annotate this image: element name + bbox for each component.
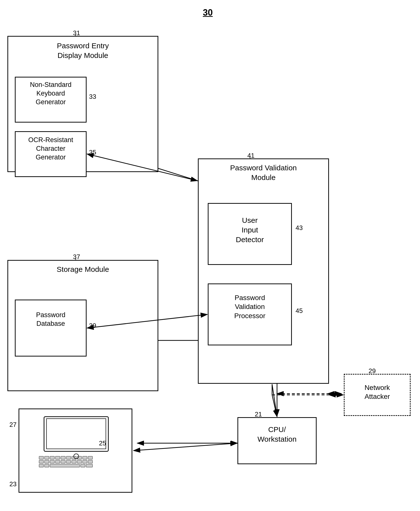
computer-illustration — [24, 414, 128, 484]
ref-21: 21 — [255, 410, 262, 418]
svg-rect-33 — [45, 464, 49, 467]
computer-box — [19, 409, 132, 493]
ref-29: 29 — [369, 367, 376, 375]
svg-rect-15 — [55, 456, 60, 459]
svg-line-47 — [272, 395, 277, 417]
svg-line-43 — [134, 443, 237, 451]
ref-45: 45 — [296, 307, 303, 315]
password-validation-module-box — [198, 158, 329, 384]
password-database-label: PasswordDatabase — [16, 311, 85, 328]
svg-rect-12 — [39, 456, 44, 459]
svg-line-42 — [272, 384, 277, 417]
ref-23: 23 — [9, 480, 17, 488]
svg-rect-26 — [61, 460, 65, 463]
ref-43: 43 — [296, 224, 303, 232]
svg-rect-34 — [50, 464, 80, 467]
ocr-resistant-label: OCR-ResistantCharacterGenerator — [16, 136, 85, 162]
svg-rect-13 — [45, 456, 49, 459]
ref-33: 33 — [89, 93, 96, 101]
svg-rect-28 — [72, 460, 76, 463]
password-validation-processor-label: PasswordValidationProcessor — [209, 293, 291, 320]
svg-rect-31 — [88, 460, 93, 463]
svg-rect-24 — [50, 460, 54, 463]
svg-rect-23 — [45, 460, 49, 463]
ref-39: 39 — [89, 322, 96, 330]
ref-35: 35 — [89, 149, 96, 156]
user-input-detector-label: UserInputDetector — [209, 215, 291, 244]
svg-rect-22 — [39, 460, 44, 463]
ref-25: 25 — [99, 439, 106, 447]
ref-37: 37 — [73, 253, 80, 261]
svg-rect-35 — [81, 464, 85, 467]
password-validation-module-label: Password ValidationModule — [200, 163, 327, 182]
svg-rect-11 — [47, 419, 106, 449]
main-title: 30 — [203, 7, 213, 18]
svg-rect-20 — [83, 456, 87, 459]
svg-rect-14 — [50, 456, 54, 459]
svg-rect-16 — [61, 456, 65, 459]
svg-rect-32 — [39, 464, 44, 467]
network-attacker-label: NetworkAttacker — [345, 383, 410, 401]
svg-rect-27 — [66, 460, 71, 463]
non-standard-keyboard-label: Non-StandardKeyboardGenerator — [16, 80, 85, 106]
svg-rect-29 — [77, 460, 82, 463]
svg-rect-10 — [44, 417, 108, 451]
ref-31: 31 — [73, 29, 80, 37]
ref-27: 27 — [9, 421, 17, 429]
svg-rect-19 — [77, 456, 82, 459]
password-entry-module-label: Password EntryDisplay Module — [14, 41, 152, 60]
svg-rect-17 — [66, 456, 71, 459]
svg-rect-36 — [86, 464, 93, 467]
storage-module-label: Storage Module — [14, 264, 152, 274]
svg-rect-21 — [88, 456, 93, 459]
diagram-container: PVM dashed bidirectional --> 30 Password… — [0, 0, 420, 511]
svg-rect-25 — [55, 460, 60, 463]
svg-rect-30 — [83, 460, 87, 463]
cpu-workstation-label: CPU/Workstation — [239, 425, 315, 444]
ref-41: 41 — [247, 152, 255, 159]
